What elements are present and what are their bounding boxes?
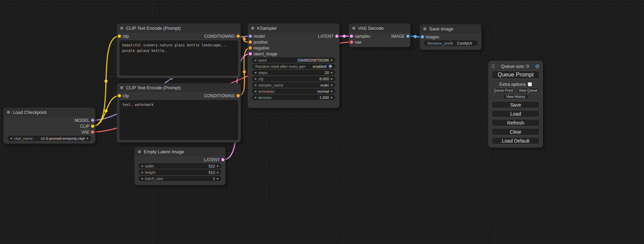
right-arrow-icon[interactable]: ▶: [85, 137, 91, 139]
node-title-bar[interactable]: Load Checkpoint: [3, 108, 95, 117]
load-button[interactable]: Load: [492, 110, 540, 117]
output-port[interactable]: [237, 94, 240, 97]
output-slot-CONDITIONING[interactable]: CONDITIONING: [204, 93, 240, 98]
view-queue-button[interactable]: View Queue: [517, 88, 540, 93]
node-title-bar[interactable]: CLIP Text Encode (Prompt): [117, 83, 241, 92]
widget-width[interactable]: ◀width512▶: [139, 163, 221, 169]
widget-steps[interactable]: ◀steps20▶: [252, 70, 335, 75]
extra-options-checkbox[interactable]: [528, 82, 532, 86]
collapse-dot-icon[interactable]: [7, 111, 10, 114]
output-port[interactable]: [406, 35, 409, 38]
drag-handle-icon[interactable]: [492, 64, 495, 69]
collapse-dot-icon[interactable]: [352, 27, 355, 30]
right-arrow-icon[interactable]: ▶: [215, 177, 221, 180]
node-vae-decode[interactable]: VAE DecodesamplesIMAGEvae: [349, 24, 411, 47]
output-slot-CONDITIONING[interactable]: CONDITIONING: [204, 34, 240, 39]
output-port[interactable]: [91, 125, 94, 128]
widget-height[interactable]: ◀height512▶: [139, 170, 221, 175]
node-title-bar[interactable]: KSampler: [248, 24, 339, 33]
widget-ckpt_name[interactable]: ◀ckpt_namev1-5-pruned-emaonly.ckpt▶: [8, 136, 91, 141]
queue-front-button[interactable]: Queue Front: [492, 88, 515, 93]
input-slot-latent_image[interactable]: latent_image: [249, 52, 277, 56]
left-arrow-icon[interactable]: ◀: [252, 84, 258, 86]
input-port[interactable]: [249, 46, 252, 49]
input-port[interactable]: [350, 35, 353, 38]
output-slot-LATENT[interactable]: LATENT: [318, 34, 338, 39]
widget-filename_prefix[interactable]: filename_prefixComfyUI: [424, 40, 477, 46]
input-port[interactable]: [118, 94, 121, 97]
input-slot-clip[interactable]: clip: [118, 34, 129, 39]
output-port[interactable]: [91, 119, 94, 122]
left-arrow-icon[interactable]: ◀: [139, 171, 145, 173]
prompt-text[interactable]: beautiful scenery nature glass bottle la…: [120, 40, 238, 75]
graph-canvas[interactable]: Load CheckpointMODELCLIPVAE◀ckpt_namev1-…: [0, 0, 644, 244]
widget-denoise[interactable]: ◀denoise1.000▶: [252, 95, 335, 100]
right-arrow-icon[interactable]: ▶: [329, 84, 335, 86]
output-slot-VAE[interactable]: VAE: [81, 130, 94, 135]
node-title-bar[interactable]: Save Image: [420, 24, 482, 33]
node-save-image[interactable]: Save Imageimagesfilename_prefixComfyUI: [420, 24, 482, 50]
toggle-dot-icon[interactable]: [329, 65, 332, 68]
widget-batch_size[interactable]: ◀batch_size1▶: [139, 176, 221, 181]
input-port[interactable]: [249, 35, 252, 38]
output-slot-CLIP[interactable]: CLIP: [80, 124, 94, 129]
right-arrow-icon[interactable]: ▶: [329, 71, 335, 74]
input-port[interactable]: [350, 40, 353, 44]
input-slot-samples[interactable]: samples: [350, 34, 370, 39]
right-arrow-icon[interactable]: ▶: [215, 165, 221, 167]
collapse-dot-icon[interactable]: [120, 27, 123, 30]
output-slot-MODEL[interactable]: MODEL: [74, 118, 94, 123]
input-slot-model[interactable]: model: [249, 34, 265, 39]
right-arrow-icon[interactable]: ▶: [215, 171, 221, 173]
left-arrow-icon[interactable]: ◀: [252, 90, 258, 92]
left-arrow-icon[interactable]: ◀: [139, 177, 145, 180]
left-arrow-icon[interactable]: ◀: [252, 78, 258, 80]
input-port[interactable]: [421, 35, 424, 38]
input-port[interactable]: [118, 35, 121, 38]
widget-random-seed-after-every-gen[interactable]: Random seed after every genenabled: [252, 64, 335, 69]
node-load-checkpoint[interactable]: Load CheckpointMODELCLIPVAE◀ckpt_namev1-…: [3, 108, 95, 144]
output-slot-LATENT[interactable]: LATENT: [204, 157, 224, 162]
node-empty-latent-image[interactable]: Empty Latent ImageLATENT◀width512▶◀heigh…: [134, 147, 226, 185]
widget-seed[interactable]: ◀seed156680208700286▶: [252, 57, 335, 63]
left-arrow-icon[interactable]: ◀: [252, 71, 258, 74]
settings-gear-icon[interactable]: ⚙: [535, 64, 540, 69]
output-port[interactable]: [221, 158, 224, 161]
left-arrow-icon[interactable]: ◀: [252, 96, 258, 99]
output-slot-IMAGE[interactable]: IMAGE: [391, 34, 409, 39]
collapse-dot-icon[interactable]: [423, 27, 426, 30]
right-arrow-icon[interactable]: ▶: [329, 90, 335, 92]
widget-cfg[interactable]: ◀cfg8.000▶: [252, 76, 335, 81]
input-slot-positive[interactable]: positive: [249, 40, 268, 45]
node-clip-text-encode-negative[interactable]: CLIP Text Encode (Prompt)clipCONDITIONIN…: [117, 83, 241, 143]
input-slot-vae[interactable]: vae: [350, 40, 361, 45]
input-port[interactable]: [249, 52, 252, 55]
input-slot-clip[interactable]: clip: [118, 93, 129, 98]
left-arrow-icon[interactable]: ◀: [8, 137, 14, 139]
output-port[interactable]: [335, 35, 338, 38]
refresh-button[interactable]: Refresh: [492, 119, 540, 126]
input-slot-images[interactable]: images: [421, 35, 439, 39]
right-arrow-icon[interactable]: ▶: [329, 59, 335, 61]
load-default-button[interactable]: Load Default: [492, 137, 540, 144]
left-arrow-icon[interactable]: ◀: [139, 165, 145, 167]
node-ksampler[interactable]: KSamplermodelLATENTpositivenegativelaten…: [248, 24, 339, 108]
node-title-bar[interactable]: VAE Decode: [349, 24, 411, 33]
widget-scheduler[interactable]: ◀schedulernormal▶: [252, 89, 335, 94]
right-arrow-icon[interactable]: ▶: [329, 96, 335, 99]
queue-prompt-button[interactable]: Queue Prompt: [492, 71, 540, 79]
right-arrow-icon[interactable]: ▶: [329, 78, 335, 80]
output-port[interactable]: [237, 35, 240, 38]
clear-button[interactable]: Clear: [492, 128, 540, 135]
collapse-dot-icon[interactable]: [251, 27, 254, 30]
input-port[interactable]: [249, 40, 252, 44]
node-clip-text-encode-positive[interactable]: CLIP Text Encode (Prompt)clipCONDITIONIN…: [117, 24, 241, 78]
prompt-text[interactable]: text, watermark: [120, 100, 238, 140]
widget-sampler_name[interactable]: ◀sampler_nameeuler▶: [252, 82, 335, 88]
collapse-dot-icon[interactable]: [138, 150, 141, 153]
input-slot-negative[interactable]: negative: [249, 46, 269, 51]
output-port[interactable]: [91, 130, 94, 134]
collapse-dot-icon[interactable]: [120, 86, 123, 89]
node-title-bar[interactable]: Empty Latent Image: [134, 147, 226, 156]
node-title-bar[interactable]: CLIP Text Encode (Prompt): [117, 24, 241, 33]
